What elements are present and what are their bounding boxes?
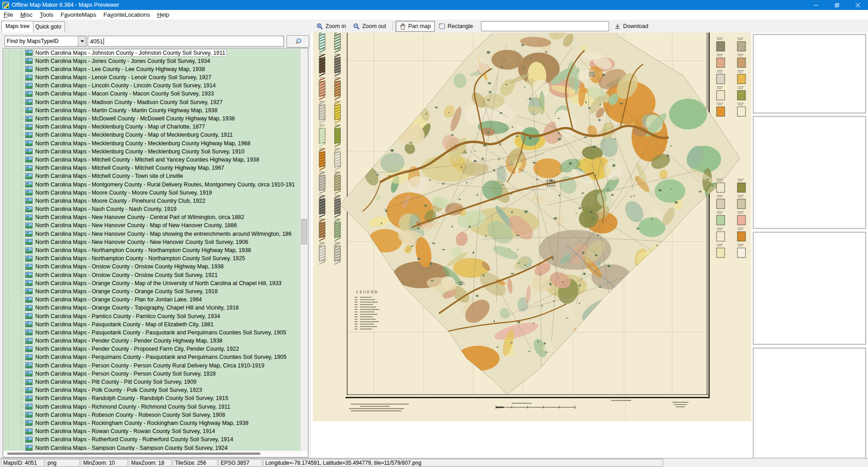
tree-item[interactable]: North Carolina Maps - Macon County - Mac… [4,90,301,98]
menu-tools[interactable]: Tools [36,10,57,19]
vertical-scrollbar-thumb[interactable] [301,219,307,244]
tree-item-label: North Carolina Maps - Lenoir County - Le… [35,74,212,81]
tree-item[interactable]: North Carolina Maps - McDowell County - … [4,115,301,123]
horizontal-scrollbar-thumb[interactable] [7,453,260,455]
tree-item[interactable]: North Carolina Maps - Lenoir County - Le… [4,74,301,82]
tree-item[interactable]: North Carolina Maps - New Hanover County… [4,238,301,246]
tree-connector [21,201,25,201]
tree-item[interactable]: North Carolina Maps - Robeson County - R… [4,411,301,419]
menu-favoritemaps[interactable]: FavoriteMaps [57,10,100,19]
tree-item[interactable]: North Carolina Maps - Mitchell County - … [4,156,301,164]
tree-item[interactable]: North Carolina Maps - New Hanover County… [4,222,301,230]
tree-item[interactable]: North Carolina Maps - Martin County - Ma… [4,106,301,114]
find-by-combobox-value: Find by MapsTypeID [5,38,78,44]
tree-item[interactable]: North Carolina Maps - Montgomery County … [4,181,301,189]
tree-item[interactable]: North Carolina Maps - Rowan County - Row… [4,428,301,436]
tree-connector [21,391,25,391]
tree-item[interactable]: North Carolina Maps - Moore County - Moo… [4,189,301,197]
tree-item[interactable]: North Carolina Maps - Mitchell County - … [4,172,301,181]
tree-connector [21,152,25,152]
tree-item[interactable]: North Carolina Maps - Pitt County - Pitt… [4,378,301,386]
tree-item[interactable]: North Carolina Maps - Polk County - Polk… [4,386,301,395]
tree-item-label: North Carolina Maps - McDowell County - … [35,115,235,122]
tree-item[interactable]: North Carolina Maps - Mecklenburg County… [4,123,301,131]
tree-item[interactable]: North Carolina Maps - Person County - Pe… [4,370,301,378]
tree-item[interactable]: North Carolina Maps - Jones County - Jon… [4,57,301,65]
tree-item-label: North Carolina Maps - New Hanover County… [35,231,292,237]
tab-quick-goto[interactable]: Quick goto [31,21,65,33]
tree-item[interactable]: North Carolina Maps - Mitchell County - … [4,164,301,172]
tree-item[interactable]: North Carolina Maps - Johnston County - … [4,49,301,57]
tree-item[interactable]: North Carolina Maps - Nash County - Nash… [4,205,301,214]
tree-item[interactable]: North Carolina Maps - Orange County - Or… [4,287,301,295]
rectangle-button[interactable]: Rectangle [435,21,476,32]
tree-item[interactable]: North Carolina Maps - New Hanover County… [4,214,301,222]
tree-connector [21,234,25,234]
search-button[interactable] [287,35,309,48]
tree-item[interactable]: North Carolina Maps - New Hanover County… [4,230,301,238]
tree-item[interactable]: North Carolina Maps - Pasquotank County … [4,329,301,337]
tree-item[interactable]: North Carolina Maps - Onslow County - On… [4,271,301,279]
zoom-out-button[interactable]: Zoom out [349,21,390,32]
tile-preview-box-2 [753,116,866,229]
tree-item[interactable]: North Carolina Maps - Northampton County… [4,247,301,255]
status-segment-0: MapsID: 4051 [1,459,44,467]
tree-item[interactable]: North Carolina Maps - Pamlico County - P… [4,312,301,320]
map-image-icon [25,165,33,171]
tree-item[interactable]: North Carolina Maps - Orange County - Pl… [4,296,301,304]
zoom-in-button[interactable]: Zoom in [313,21,349,32]
search-input[interactable]: 4051 [88,36,284,47]
tree-item-label: North Carolina Maps - Person County - Pe… [35,362,264,369]
tree-item[interactable]: North Carolina Maps - Moore County - Pin… [4,197,301,205]
tree-item[interactable]: North Carolina Maps - Sampson County - S… [4,444,301,451]
tree-item[interactable]: North Carolina Maps - Mecklenburg County… [4,148,301,156]
restore-button[interactable] [826,0,847,10]
tree-item[interactable]: North Carolina Maps - Northampton County… [4,255,301,263]
tree-connector [21,251,25,251]
tree-item[interactable]: North Carolina Maps - Mecklenburg County… [4,139,301,148]
minimize-button[interactable] [806,0,826,10]
tree-item[interactable]: North Carolina Maps - Randolph County - … [4,395,301,403]
tree-item[interactable]: North Carolina Maps - Rutherford County … [4,436,301,444]
tree-item-label: North Carolina Maps - Pitt County - Pitt… [35,379,197,385]
tile-preview-box-1 [753,34,866,114]
tree-item[interactable]: North Carolina Maps - Onslow County - On… [4,263,301,271]
toolbar-input[interactable] [481,21,609,31]
tree-connector [21,242,25,243]
tree-item[interactable]: North Carolina Maps - Lincoln County - L… [4,82,301,90]
tree-connector [21,415,25,415]
tree-item[interactable]: North Carolina Maps - Orange County - To… [4,304,301,312]
menu-misc[interactable]: Misc [17,10,36,19]
menu-favoritelocations[interactable]: FavoriteLocations [100,10,154,19]
map-preview[interactable]: LEGEND [313,33,751,421]
combobox-dropdown-button[interactable] [78,36,86,46]
vertical-scrollbar[interactable] [301,49,307,451]
pan-map-button[interactable]: Pan map [396,21,435,32]
tree-item-label: North Carolina Maps - Pender County - Pe… [35,338,222,344]
tree-item[interactable]: North Carolina Maps - Orange County - Ma… [4,279,301,287]
tree-item[interactable]: North Carolina Maps - Rockingham County … [4,419,301,427]
find-by-combobox[interactable]: Find by MapsTypeID [5,36,86,47]
tree-item[interactable]: North Carolina Maps - Pender County - Pr… [4,345,301,353]
tree-item-label: North Carolina Maps - Person County - Pe… [35,371,216,377]
tree-item[interactable]: North Carolina Maps - Pasquotank County … [4,320,301,329]
maps-tree-listbox: North Carolina Maps - Johnston County - … [3,48,308,457]
tree-item-label: North Carolina Maps - Mitchell County - … [35,173,183,179]
tab-maps-tree[interactable]: Maps tree [1,21,33,33]
tree-item[interactable]: North Carolina Maps - Pender County - Pe… [4,337,301,345]
tree-item-label: North Carolina Maps - Richmond County - … [35,404,230,410]
download-button[interactable]: Download [611,21,652,32]
tree-item[interactable]: North Carolina Maps - Perquimans County … [4,353,301,362]
tree-item[interactable]: North Carolina Maps - Person County - Pe… [4,362,301,370]
tree-item[interactable]: North Carolina Maps - Lee County - Lee C… [4,65,301,73]
map-image-icon [25,157,33,162]
menu-file[interactable]: File [0,10,17,19]
tree-item[interactable]: North Carolina Maps - Richmond County - … [4,403,301,411]
map-image-icon [25,223,33,229]
map-image-icon [25,321,33,327]
close-button[interactable] [847,0,868,10]
tree-item[interactable]: North Carolina Maps - Madison County - M… [4,98,301,106]
tree-item[interactable]: North Carolina Maps - Mecklenburg County… [4,131,301,139]
horizontal-scrollbar[interactable] [4,451,301,457]
menu-help[interactable]: Help [153,10,173,19]
